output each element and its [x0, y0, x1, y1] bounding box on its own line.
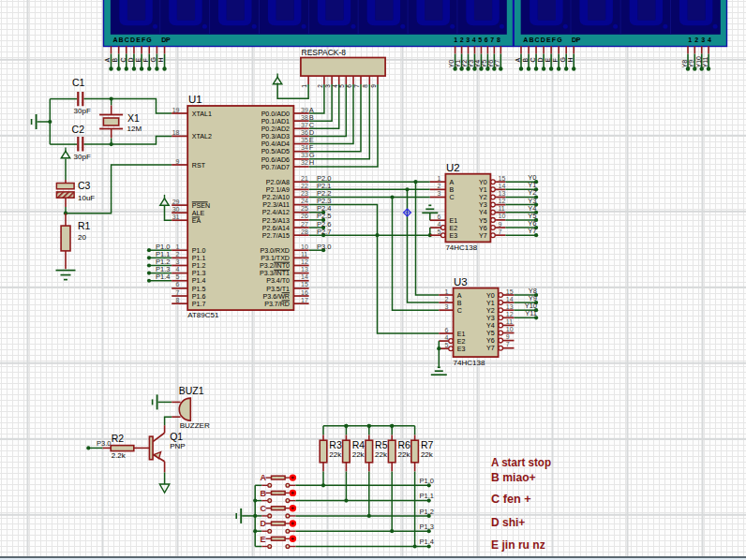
svg-text:P1.0: P1.0	[192, 247, 206, 255]
svg-text:2: 2	[445, 296, 449, 302]
svg-text:10: 10	[301, 243, 308, 250]
svg-text:Y11: Y11	[525, 309, 537, 317]
svg-text:6: 6	[346, 84, 352, 88]
svg-text:G: G	[560, 57, 566, 62]
svg-text:A: A	[261, 473, 267, 482]
svg-text:P3.3/INT1: P3.3/INT1	[260, 270, 290, 277]
svg-text:Y3: Y3	[479, 201, 487, 209]
svg-text:ABCDEFG: ABCDEFG	[112, 37, 152, 43]
svg-text:Y3: Y3	[486, 315, 495, 322]
svg-text:G: G	[150, 57, 157, 62]
svg-text:P0.6/AD6: P0.6/AD6	[261, 156, 290, 164]
svg-text:P1.3: P1.3	[192, 270, 206, 277]
svg-text:12: 12	[499, 198, 506, 204]
svg-text:D: D	[537, 57, 544, 62]
svg-text:Y0: Y0	[448, 60, 455, 68]
svg-text:P2.4/A12: P2.4/A12	[262, 209, 290, 216]
svg-text:7: 7	[506, 341, 510, 347]
svg-text:12M: 12M	[127, 125, 142, 133]
svg-text:Y9: Y9	[688, 60, 694, 68]
svg-text:BUZZER: BUZZER	[180, 421, 210, 430]
svg-text:EA: EA	[192, 217, 201, 225]
svg-text:14: 14	[506, 296, 514, 302]
svg-text:35: 35	[301, 137, 308, 143]
svg-text:28: 28	[301, 228, 308, 235]
svg-text:E: E	[261, 535, 266, 544]
svg-text:Y6: Y6	[479, 225, 487, 232]
svg-text:1: 1	[437, 175, 440, 182]
svg-text:R3: R3	[329, 439, 342, 450]
svg-text:30pF: 30pF	[74, 153, 91, 161]
svg-text:38: 38	[301, 114, 308, 121]
svg-text:P1.1: P1.1	[192, 255, 206, 262]
svg-text:C: C	[120, 57, 127, 62]
svg-text:1: 1	[301, 84, 307, 88]
svg-text:C: C	[261, 504, 267, 513]
svg-text:P3.5/T1: P3.5/T1	[266, 286, 290, 293]
svg-text:DP: DP	[572, 37, 581, 43]
svg-text:P3.1/TXD: P3.1/TXD	[261, 255, 290, 262]
svg-text:A: A	[457, 292, 462, 300]
svg-text:P3.0: P3.0	[317, 243, 331, 251]
svg-text:F: F	[142, 58, 149, 62]
svg-text:13: 13	[506, 303, 514, 310]
svg-text:Y6: Y6	[487, 60, 494, 68]
svg-text:Y7: Y7	[486, 345, 495, 352]
svg-text:7: 7	[499, 228, 502, 235]
svg-text:D: D	[127, 57, 134, 62]
svg-text:E: E	[545, 58, 551, 63]
svg-text:11: 11	[301, 251, 307, 258]
svg-text:11: 11	[499, 205, 505, 212]
svg-text:P1.4: P1.4	[420, 538, 434, 546]
svg-text:10: 10	[499, 213, 506, 219]
svg-text:E jin ru nz: E jin ru nz	[491, 538, 545, 552]
svg-text:R6: R6	[398, 439, 411, 450]
svg-text:5: 5	[176, 273, 180, 280]
svg-text:H: H	[309, 158, 314, 167]
svg-text:Y1: Y1	[455, 60, 461, 68]
svg-text:8: 8	[176, 297, 180, 303]
svg-text:6: 6	[176, 281, 180, 287]
svg-text:6: 6	[437, 214, 440, 220]
svg-text:9: 9	[370, 84, 377, 88]
svg-text:P3.6/WR: P3.6/WR	[263, 293, 290, 301]
svg-text:B: B	[112, 58, 118, 63]
svg-text:P1.2: P1.2	[420, 508, 434, 516]
svg-text:R7: R7	[421, 439, 434, 450]
svg-text:RST: RST	[192, 162, 206, 169]
svg-text:36: 36	[301, 129, 308, 136]
svg-text:C: C	[530, 57, 536, 62]
svg-text:P2.2/A10: P2.2/A10	[262, 194, 290, 201]
svg-text:39: 39	[301, 107, 308, 113]
svg-text:9: 9	[506, 333, 510, 340]
svg-text:Q1: Q1	[170, 431, 183, 442]
svg-text:13: 13	[499, 190, 506, 197]
svg-text:P3.0: P3.0	[97, 439, 111, 448]
svg-text:15: 15	[301, 281, 308, 287]
svg-text:P2.7/A15: P2.7/A15	[262, 232, 290, 240]
svg-text:18: 18	[172, 129, 180, 136]
svg-text:E2: E2	[457, 338, 466, 346]
svg-text:R5: R5	[375, 439, 388, 450]
svg-text:P2.7: P2.7	[317, 228, 331, 236]
svg-text:24: 24	[301, 198, 308, 204]
svg-text:22k: 22k	[375, 450, 388, 459]
svg-text:B: B	[261, 489, 267, 498]
svg-text:P3.0/RXD: P3.0/RXD	[260, 247, 290, 255]
svg-text:P1.2: P1.2	[192, 262, 206, 270]
svg-text:U3: U3	[454, 276, 468, 287]
svg-text:C1: C1	[72, 77, 85, 88]
svg-text:2.2k: 2.2k	[112, 451, 127, 460]
svg-text:A: A	[515, 58, 521, 63]
svg-text:H: H	[567, 57, 574, 62]
svg-text:D shi+: D shi+	[491, 516, 525, 529]
svg-text:3: 3	[176, 258, 180, 265]
svg-text:P1.6: P1.6	[192, 293, 206, 301]
svg-text:34: 34	[301, 144, 308, 151]
svg-text:Y7: Y7	[528, 227, 536, 235]
svg-text:C: C	[457, 307, 462, 315]
svg-text:P1.0: P1.0	[420, 477, 434, 485]
svg-text:5: 5	[437, 228, 440, 235]
svg-text:F: F	[552, 58, 559, 62]
svg-text:10: 10	[506, 326, 514, 332]
